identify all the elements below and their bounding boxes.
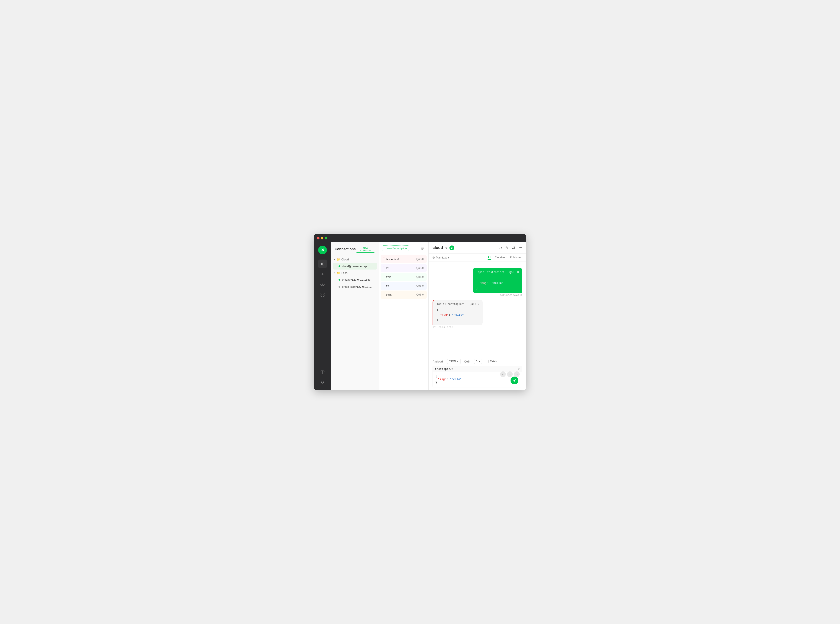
copy-icon[interactable]	[512, 246, 515, 250]
payload-key: "msg"	[438, 378, 446, 381]
connections-list: ▾ 📁 Cloud cloud@broker.emqx.... ▾ 📁 Loca…	[331, 255, 379, 390]
status-dot-local2	[339, 286, 340, 288]
data-icon	[321, 293, 324, 298]
titlebar	[314, 234, 526, 242]
subscriptions-header: + New Subscription	[379, 242, 428, 253]
power-icon[interactable]: ⏻	[498, 246, 502, 250]
sidebar-item-data[interactable]	[318, 291, 327, 300]
sidebar-item-info[interactable]: ⓘ	[318, 368, 327, 376]
new-subscription-button[interactable]: + New Subscription	[382, 246, 409, 251]
sub-qos-4: QoS 0	[416, 293, 424, 296]
nav-stop-button[interactable]: —	[507, 371, 513, 377]
svg-rect-8	[512, 246, 514, 248]
new-collection-button[interactable]: New Collection	[356, 246, 375, 253]
svg-rect-0	[321, 293, 322, 294]
connection-item-local2[interactable]: emqx_ssl@127.0.0.1:...	[333, 283, 377, 290]
subscription-item-0[interactable]: testtopic/# QoS 0	[381, 255, 427, 263]
send-button[interactable]	[510, 377, 518, 385]
message-list: Topic: testtopic/1 QoS: 0 { "msg": "hell…	[433, 265, 522, 332]
svg-rect-3	[323, 295, 324, 297]
message-count-badge: 2	[450, 246, 454, 250]
folder-icon: 📁	[337, 258, 340, 261]
connections-title: Connections	[334, 247, 356, 251]
traffic-lights	[317, 237, 327, 239]
main-layout: ✕ ⊞ + </>	[314, 242, 526, 390]
filter-tab-received[interactable]: Received	[495, 255, 506, 260]
payload-line3: }	[435, 381, 519, 384]
compose-area: Payload: JSON ∨ QoS: 0 ∨ Retain	[428, 356, 526, 390]
format-indicator	[433, 256, 435, 259]
nav-next-button[interactable]: →	[514, 371, 519, 377]
subscription-item-2[interactable]: t/b/c QoS 0	[381, 273, 427, 281]
filter-tab-all[interactable]: All	[488, 255, 491, 260]
message-item-received: Topic: testtopic/1 QoS: 0 { "msg": "hell…	[433, 300, 482, 329]
subscription-item-3[interactable]: t/d QoS 0	[381, 282, 427, 290]
sidebar-item-code[interactable]: </>	[318, 280, 327, 289]
minimize-button[interactable]	[321, 237, 324, 239]
topic-input[interactable]: testtopic/1	[435, 368, 453, 371]
sidebar: ✕ ⊞ + </>	[314, 242, 331, 390]
nav-prev-button[interactable]: ←	[500, 371, 506, 377]
format-selector[interactable]: Plaintext ∨	[433, 256, 450, 259]
sidebar-item-add[interactable]: +	[318, 270, 327, 279]
sub-topic-3: t/d	[386, 284, 389, 287]
payload-nav: ← — →	[500, 371, 519, 377]
subscription-filter-button[interactable]	[419, 245, 425, 251]
topic-expand-icon[interactable]: ∨	[518, 367, 520, 371]
chevron-down-icon-main[interactable]: ∨	[445, 246, 447, 250]
group-cloud: ▾ 📁 Cloud	[331, 256, 379, 263]
connection-display-name: cloud	[433, 246, 443, 250]
code-icon: </>	[320, 283, 325, 287]
subscriptions-panel: + New Subscription testtopic/# QoS 0	[379, 242, 428, 390]
msg-sent-topic-line: Topic: testtopic/1 QoS: 0	[476, 270, 519, 275]
chevron-down-icon-local: ▾	[334, 272, 335, 274]
sub-qos-0: QoS 0	[416, 258, 424, 261]
folder-icon-local: 📁	[337, 271, 340, 275]
connection-item-local1[interactable]: emqx@127.0.0.1:1883	[333, 276, 377, 283]
chevron-down-icon: ▾	[334, 258, 335, 261]
edit-icon[interactable]: ✎	[506, 246, 508, 250]
msg-received-qos-label: QoS: 0	[470, 303, 479, 306]
sub-item-left-0: testtopic/#	[384, 257, 399, 261]
sub-topic-2: t/b/c	[386, 275, 391, 279]
payload-label: Payload:	[433, 360, 444, 363]
format-chevron: ∨	[448, 256, 450, 259]
qos-select[interactable]: 0 ∨	[474, 359, 482, 364]
payload-format-select[interactable]: JSON ∨	[447, 359, 461, 364]
sub-topic-0: testtopic/#	[386, 258, 399, 261]
connections-panel: Connections New Collection ▾ 📁 Cloud clo…	[331, 242, 379, 390]
sub-qos-2: QoS 0	[416, 275, 424, 278]
sidebar-item-settings[interactable]: ⚙	[318, 378, 327, 386]
sub-topic-4: t/+/a	[386, 293, 391, 297]
retain-checkbox[interactable]	[486, 360, 489, 363]
connection-item-cloud1[interactable]: cloud@broker.emqx....	[333, 263, 377, 270]
sidebar-item-connections[interactable]: ⊞	[318, 259, 327, 268]
sub-topic-1: t/b	[386, 267, 389, 270]
more-icon[interactable]: •••	[519, 246, 522, 250]
connections-header: Connections New Collection	[331, 242, 379, 255]
add-icon: +	[321, 272, 324, 277]
msg-received-timestamp: 2021-07-05 16:05:11	[433, 326, 482, 329]
close-button[interactable]	[317, 237, 319, 239]
qos-value: 0	[476, 360, 478, 363]
sub-item-left-2: t/b/c	[384, 275, 391, 279]
maximize-button[interactable]	[325, 237, 327, 239]
sub-color-bar-4	[384, 293, 384, 297]
sub-item-left-3: t/d	[384, 284, 389, 288]
top-bar-left: cloud ∨ 2	[433, 246, 454, 250]
sub-item-left-4: t/+/a	[384, 293, 391, 297]
group-cloud-label: Cloud	[341, 258, 349, 261]
subscription-item-1[interactable]: t/b QoS 0	[381, 264, 427, 272]
group-local: ▾ 📁 Local	[331, 270, 379, 276]
qos-chevron: ∨	[478, 360, 480, 363]
msg-received-topic-label: Topic: testtopic/1	[437, 303, 465, 306]
payload-key-line: "msg": "hello"	[435, 378, 519, 381]
app-window: ✕ ⊞ + </>	[314, 234, 526, 390]
message-bubble-sent: Topic: testtopic/1 QoS: 0 { "msg": "hell…	[473, 268, 522, 293]
info-icon: ⓘ	[321, 369, 324, 374]
status-dot-local1	[339, 279, 340, 281]
filter-tab-published[interactable]: Published	[510, 255, 522, 260]
msg-sent-timestamp: 2021-07-05 16:05:11	[473, 294, 522, 297]
subscription-item-4[interactable]: t/+/a QoS 0	[381, 290, 427, 299]
app-logo[interactable]: ✕	[318, 246, 327, 254]
